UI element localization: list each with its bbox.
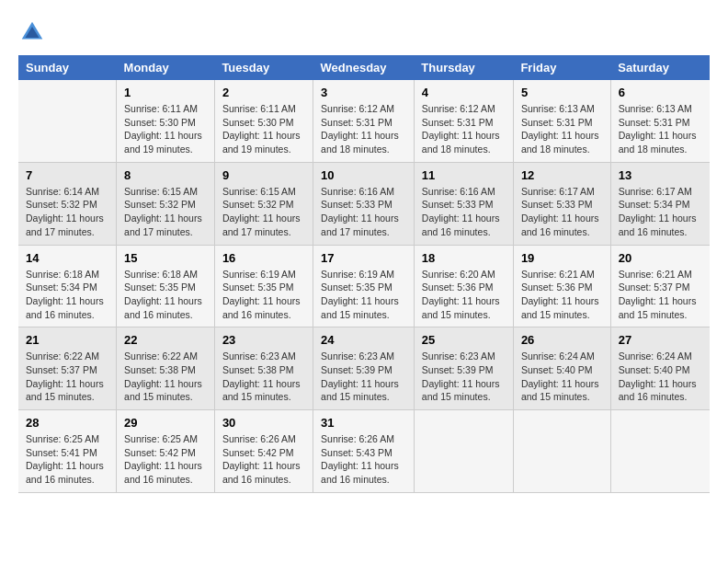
day-number: 22 (124, 333, 207, 347)
day-info: Sunrise: 6:20 AM Sunset: 5:36 PM Dayligh… (422, 268, 506, 322)
day-cell: 23Sunrise: 6:23 AM Sunset: 5:38 PM Dayli… (214, 327, 313, 410)
day-cell: 15Sunrise: 6:18 AM Sunset: 5:35 PM Dayli… (117, 245, 215, 327)
day-number: 19 (521, 251, 603, 265)
column-header-friday: Friday (513, 55, 610, 80)
calendar-table: SundayMondayTuesdayWednesdayThursdayFrid… (18, 55, 710, 493)
day-cell (610, 410, 710, 493)
column-header-saturday: Saturday (610, 55, 710, 80)
day-number: 1 (124, 86, 207, 99)
day-cell: 31Sunrise: 6:26 AM Sunset: 5:43 PM Dayli… (313, 410, 415, 493)
day-info: Sunrise: 6:15 AM Sunset: 5:32 PM Dayligh… (222, 185, 305, 239)
day-cell: 11Sunrise: 6:16 AM Sunset: 5:33 PM Dayli… (414, 162, 513, 245)
day-info: Sunrise: 6:13 AM Sunset: 5:31 PM Dayligh… (521, 102, 603, 156)
day-info: Sunrise: 6:11 AM Sunset: 5:30 PM Dayligh… (124, 102, 207, 156)
day-info: Sunrise: 6:25 AM Sunset: 5:42 PM Dayligh… (124, 432, 207, 487)
day-number: 30 (222, 416, 305, 430)
column-header-wednesday: Wednesday (313, 55, 415, 80)
week-row-5: 28Sunrise: 6:25 AM Sunset: 5:41 PM Dayli… (18, 410, 710, 493)
day-number: 20 (619, 251, 702, 265)
day-cell: 17Sunrise: 6:19 AM Sunset: 5:35 PM Dayli… (313, 245, 415, 327)
day-info: Sunrise: 6:16 AM Sunset: 5:33 PM Dayligh… (321, 185, 406, 239)
day-cell: 24Sunrise: 6:23 AM Sunset: 5:39 PM Dayli… (313, 327, 415, 410)
day-cell (513, 410, 610, 493)
day-number: 23 (222, 333, 305, 347)
column-header-sunday: Sunday (18, 55, 117, 80)
day-cell: 3Sunrise: 6:12 AM Sunset: 5:31 PM Daylig… (313, 80, 415, 162)
week-row-4: 21Sunrise: 6:22 AM Sunset: 5:37 PM Dayli… (18, 327, 710, 410)
day-cell: 9Sunrise: 6:15 AM Sunset: 5:32 PM Daylig… (214, 162, 313, 245)
day-info: Sunrise: 6:16 AM Sunset: 5:33 PM Dayligh… (422, 185, 506, 239)
day-info: Sunrise: 6:23 AM Sunset: 5:38 PM Dayligh… (222, 350, 305, 404)
day-cell: 5Sunrise: 6:13 AM Sunset: 5:31 PM Daylig… (513, 80, 610, 162)
day-number: 15 (124, 251, 207, 265)
day-cell: 21Sunrise: 6:22 AM Sunset: 5:37 PM Dayli… (18, 327, 117, 410)
day-info: Sunrise: 6:21 AM Sunset: 5:36 PM Dayligh… (521, 268, 603, 322)
day-info: Sunrise: 6:26 AM Sunset: 5:42 PM Dayligh… (222, 432, 305, 487)
day-info: Sunrise: 6:19 AM Sunset: 5:35 PM Dayligh… (321, 268, 406, 322)
day-number: 27 (619, 333, 702, 347)
page-header (18, 18, 710, 46)
day-cell: 26Sunrise: 6:24 AM Sunset: 5:40 PM Dayli… (513, 327, 610, 410)
day-info: Sunrise: 6:14 AM Sunset: 5:32 PM Dayligh… (26, 185, 108, 239)
week-row-3: 14Sunrise: 6:18 AM Sunset: 5:34 PM Dayli… (18, 245, 710, 327)
day-info: Sunrise: 6:15 AM Sunset: 5:32 PM Dayligh… (124, 185, 207, 239)
column-header-monday: Monday (117, 55, 215, 80)
column-header-thursday: Thursday (414, 55, 513, 80)
day-number: 4 (422, 86, 506, 99)
day-cell (414, 410, 513, 493)
column-header-tuesday: Tuesday (214, 55, 313, 80)
day-cell: 2Sunrise: 6:11 AM Sunset: 5:30 PM Daylig… (214, 80, 313, 162)
day-cell: 16Sunrise: 6:19 AM Sunset: 5:35 PM Dayli… (214, 245, 313, 327)
day-cell: 14Sunrise: 6:18 AM Sunset: 5:34 PM Dayli… (18, 245, 117, 327)
day-info: Sunrise: 6:23 AM Sunset: 5:39 PM Dayligh… (422, 350, 506, 404)
week-row-1: 1Sunrise: 6:11 AM Sunset: 5:30 PM Daylig… (18, 80, 710, 162)
day-number: 6 (619, 86, 702, 99)
logo-icon (18, 18, 46, 46)
day-info: Sunrise: 6:17 AM Sunset: 5:33 PM Dayligh… (521, 185, 603, 239)
day-cell: 6Sunrise: 6:13 AM Sunset: 5:31 PM Daylig… (610, 80, 710, 162)
day-cell: 4Sunrise: 6:12 AM Sunset: 5:31 PM Daylig… (414, 80, 513, 162)
day-cell (18, 80, 117, 162)
day-cell: 12Sunrise: 6:17 AM Sunset: 5:33 PM Dayli… (513, 162, 610, 245)
day-info: Sunrise: 6:13 AM Sunset: 5:31 PM Dayligh… (619, 102, 702, 156)
day-cell: 29Sunrise: 6:25 AM Sunset: 5:42 PM Dayli… (117, 410, 215, 493)
day-cell: 30Sunrise: 6:26 AM Sunset: 5:42 PM Dayli… (214, 410, 313, 493)
day-info: Sunrise: 6:22 AM Sunset: 5:38 PM Dayligh… (124, 350, 207, 404)
logo (18, 18, 50, 46)
day-info: Sunrise: 6:11 AM Sunset: 5:30 PM Dayligh… (222, 102, 305, 156)
day-cell: 25Sunrise: 6:23 AM Sunset: 5:39 PM Dayli… (414, 327, 513, 410)
day-info: Sunrise: 6:19 AM Sunset: 5:35 PM Dayligh… (222, 268, 305, 322)
day-number: 16 (222, 251, 305, 265)
day-number: 13 (619, 168, 702, 182)
day-cell: 13Sunrise: 6:17 AM Sunset: 5:34 PM Dayli… (610, 162, 710, 245)
day-cell: 27Sunrise: 6:24 AM Sunset: 5:40 PM Dayli… (610, 327, 710, 410)
day-number: 21 (26, 333, 108, 347)
day-info: Sunrise: 6:12 AM Sunset: 5:31 PM Dayligh… (422, 102, 506, 156)
day-info: Sunrise: 6:23 AM Sunset: 5:39 PM Dayligh… (321, 350, 406, 404)
day-cell: 19Sunrise: 6:21 AM Sunset: 5:36 PM Dayli… (513, 245, 610, 327)
day-number: 9 (222, 168, 305, 182)
day-cell: 22Sunrise: 6:22 AM Sunset: 5:38 PM Dayli… (117, 327, 215, 410)
day-cell: 1Sunrise: 6:11 AM Sunset: 5:30 PM Daylig… (117, 80, 215, 162)
day-info: Sunrise: 6:21 AM Sunset: 5:37 PM Dayligh… (619, 268, 702, 322)
day-number: 14 (26, 251, 108, 265)
day-info: Sunrise: 6:18 AM Sunset: 5:34 PM Dayligh… (26, 268, 108, 322)
day-cell: 7Sunrise: 6:14 AM Sunset: 5:32 PM Daylig… (18, 162, 117, 245)
day-number: 17 (321, 251, 406, 265)
day-cell: 10Sunrise: 6:16 AM Sunset: 5:33 PM Dayli… (313, 162, 415, 245)
day-info: Sunrise: 6:22 AM Sunset: 5:37 PM Dayligh… (26, 350, 108, 404)
day-number: 28 (26, 416, 108, 430)
day-number: 24 (321, 333, 406, 347)
day-number: 29 (124, 416, 207, 430)
day-number: 12 (521, 168, 603, 182)
day-number: 18 (422, 251, 506, 265)
header-row: SundayMondayTuesdayWednesdayThursdayFrid… (18, 55, 710, 80)
day-number: 11 (422, 168, 506, 182)
day-info: Sunrise: 6:24 AM Sunset: 5:40 PM Dayligh… (619, 350, 702, 404)
day-info: Sunrise: 6:17 AM Sunset: 5:34 PM Dayligh… (619, 185, 702, 239)
day-info: Sunrise: 6:26 AM Sunset: 5:43 PM Dayligh… (321, 432, 406, 487)
day-number: 31 (321, 416, 406, 430)
day-number: 5 (521, 86, 603, 99)
day-cell: 28Sunrise: 6:25 AM Sunset: 5:41 PM Dayli… (18, 410, 117, 493)
day-cell: 18Sunrise: 6:20 AM Sunset: 5:36 PM Dayli… (414, 245, 513, 327)
